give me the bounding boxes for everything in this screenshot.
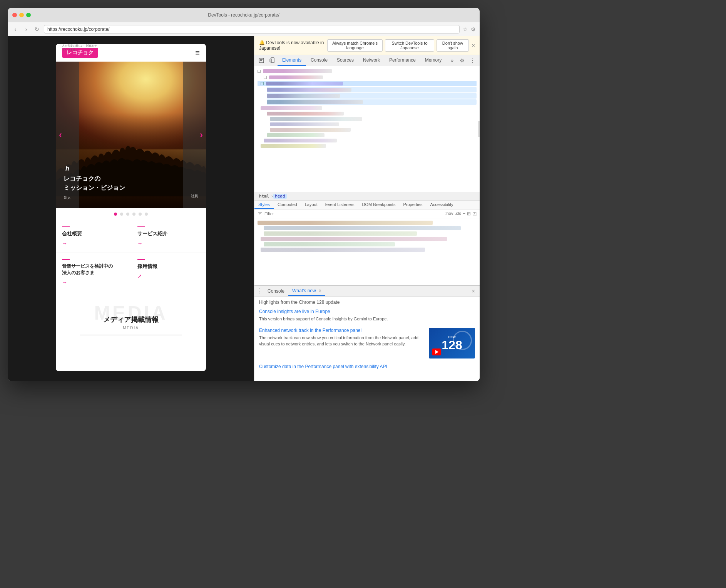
- grid-arrow-business: →: [62, 279, 125, 285]
- expand-icon[interactable]: [261, 82, 264, 85]
- tab-memory[interactable]: Memory: [420, 55, 446, 66]
- accent-bar: [62, 226, 70, 227]
- customize-data-title[interactable]: Customize data in the Performance panel …: [259, 364, 475, 369]
- device-toolbar-icon[interactable]: [267, 55, 278, 66]
- cls-toggle[interactable]: .cls: [455, 211, 461, 216]
- settings-icon[interactable]: ⚙: [457, 55, 467, 66]
- dot-3[interactable]: [126, 213, 129, 216]
- website-preview: 人と音楽の新しい・関係をデザインする。 レコチョク ≡: [8, 36, 254, 381]
- computed-styles-icon[interactable]: ⊞: [467, 211, 471, 216]
- bookmark-icon[interactable]: ☆: [463, 26, 468, 32]
- carousel-next-button[interactable]: ›: [200, 129, 203, 140]
- html-row: [258, 69, 477, 74]
- bottom-tabs: ⋮ Console What's new × ×: [254, 286, 480, 297]
- expand-icon[interactable]: [258, 70, 261, 73]
- hov-toggle[interactable]: :hov: [445, 211, 453, 216]
- dot-2[interactable]: [120, 213, 123, 216]
- grid-item-service[interactable]: サービス紹介 →: [131, 220, 206, 253]
- hamburger-menu[interactable]: ≡: [195, 49, 200, 57]
- grid-arrow-recruit: ↗: [137, 273, 200, 279]
- dot-5[interactable]: [139, 213, 142, 216]
- wn-section-console-insights: Console insights are live in Europe This…: [259, 309, 475, 322]
- breadcrumb-html[interactable]: html: [258, 194, 271, 199]
- site-carousel: h 新人 社員 ‹ › レコチョクの ミッション・ビ: [56, 62, 206, 208]
- media-divider: [80, 335, 182, 335]
- resize-handle[interactable]: [478, 121, 480, 137]
- breadcrumb-bar: html › head: [254, 192, 480, 200]
- always-match-button[interactable]: Always match Chrome's language: [327, 39, 383, 52]
- more-options-icon[interactable]: ⋮: [467, 55, 478, 66]
- grid-item-business[interactable]: 音楽サービスを検討中の法人のお客さま →: [56, 253, 131, 291]
- refresh-button[interactable]: ↻: [33, 25, 41, 33]
- tab-computed[interactable]: Computed: [274, 201, 301, 209]
- grid-title-recruit: 採用情報: [137, 263, 200, 270]
- accent-bar: [137, 226, 145, 227]
- whats-new-close[interactable]: ×: [319, 288, 321, 293]
- filter-icon: [258, 211, 262, 216]
- site-tagline: 人と音楽の新しい・関係をデザインする。: [62, 44, 98, 52]
- banner-buttons: Always match Chrome's language Switch De…: [327, 39, 469, 52]
- grid-item-company[interactable]: 会社概要 →: [56, 220, 131, 253]
- breadcrumb-head[interactable]: head: [273, 194, 287, 199]
- wn-section-network-track: Enhanced network track in the Performanc…: [259, 328, 475, 358]
- network-track-desc: The network track can now show you criti…: [259, 335, 425, 347]
- grid-arrow-company: →: [62, 240, 125, 246]
- style-rule: [258, 221, 433, 225]
- expand-icon[interactable]: [264, 76, 267, 79]
- add-style-icon[interactable]: +: [463, 211, 465, 216]
- tab-sources[interactable]: Sources: [332, 55, 358, 66]
- browser-toolbar: ‹ › ↻ https://recochoku.jp/corporate/ ☆ …: [8, 22, 480, 36]
- carousel-line1: レコチョクの: [64, 174, 125, 183]
- forward-button[interactable]: ›: [22, 25, 30, 33]
- site-navigation-grid: 会社概要 → サービス紹介 → 音楽サービスを検討中の法人のお客さま →: [56, 220, 206, 291]
- filter-input[interactable]: [264, 211, 443, 216]
- grid-item-recruit[interactable]: 採用情報 ↗: [131, 253, 206, 291]
- console-insights-title[interactable]: Console insights are live in Europe: [259, 309, 475, 314]
- tab-elements[interactable]: Elements: [278, 55, 306, 66]
- console-insights-desc: This version brings support of Console i…: [259, 316, 475, 322]
- dot-6[interactable]: [145, 213, 148, 216]
- switch-devtools-button[interactable]: Switch DevTools to Japanese: [385, 39, 434, 52]
- dont-show-again-button[interactable]: Don't show again: [437, 39, 469, 52]
- tab-layout[interactable]: Layout: [301, 201, 321, 209]
- color-palette-icon[interactable]: ◰: [472, 211, 477, 216]
- banner-close-button[interactable]: ×: [472, 42, 475, 49]
- bottom-panel-menu-icon[interactable]: ⋮: [256, 287, 264, 295]
- bottom-panel-close-button[interactable]: ×: [469, 288, 478, 294]
- address-bar[interactable]: https://recochoku.jp/corporate/: [44, 25, 460, 34]
- tab-styles[interactable]: Styles: [254, 201, 274, 209]
- tab-network[interactable]: Network: [358, 55, 385, 66]
- thumb-content: new 128: [442, 335, 462, 351]
- grid-title-company: 会社概要: [62, 230, 125, 237]
- bottom-tab-whats-new[interactable]: What's new ×: [288, 286, 325, 296]
- html-row-child: [267, 93, 477, 99]
- dot-1[interactable]: [114, 213, 117, 216]
- html-children: [258, 87, 477, 105]
- bottom-tab-console[interactable]: Console: [264, 287, 288, 295]
- youtube-icon[interactable]: [432, 348, 441, 355]
- whats-new-label: What's new: [292, 288, 316, 293]
- tab-dom-breakpoints[interactable]: DOM Breakpoints: [358, 201, 400, 209]
- carousel-prev-button[interactable]: ‹: [59, 129, 62, 140]
- maximize-button[interactable]: [26, 13, 31, 17]
- inspect-element-icon[interactable]: [256, 55, 267, 66]
- tab-performance[interactable]: Performance: [385, 55, 420, 66]
- elements-area: [254, 66, 480, 192]
- media-title: メディア掲載情報: [67, 315, 194, 324]
- back-button[interactable]: ‹: [12, 25, 19, 33]
- tab-console[interactable]: Console: [306, 55, 332, 66]
- style-rule: [264, 226, 461, 230]
- tab-event-listeners[interactable]: Event Listeners: [321, 201, 358, 209]
- extensions-icon[interactable]: ⚙: [471, 26, 476, 32]
- minimize-button[interactable]: [19, 13, 24, 17]
- close-button[interactable]: [12, 13, 17, 17]
- more-tabs-button[interactable]: »: [448, 55, 457, 65]
- grid-title-service: サービス紹介: [137, 230, 200, 237]
- tab-accessibility[interactable]: Accessibility: [427, 201, 457, 209]
- styles-filter-bar: :hov .cls + ⊞ ◰: [254, 209, 480, 218]
- tab-properties[interactable]: Properties: [399, 201, 426, 209]
- html-row: [258, 75, 477, 80]
- style-rule: [261, 248, 425, 252]
- dot-4[interactable]: [132, 213, 135, 216]
- network-track-title[interactable]: Enhanced network track in the Performanc…: [259, 328, 425, 333]
